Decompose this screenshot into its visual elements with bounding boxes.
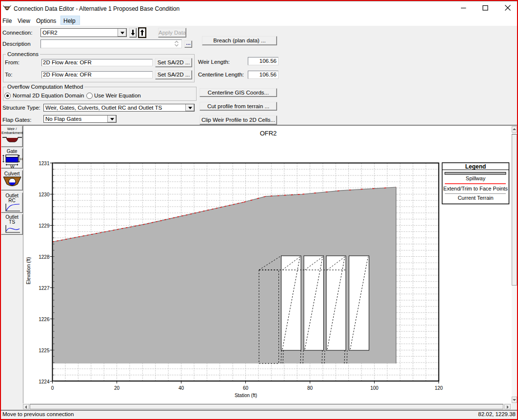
svg-text:20: 20	[114, 385, 120, 391]
svg-text:W: W	[10, 164, 15, 168]
svg-text:Legend: Legend	[465, 163, 486, 170]
svg-text:Current Terrain: Current Terrain	[458, 195, 493, 201]
svg-text:1228: 1228	[39, 254, 50, 260]
svg-text:80: 80	[307, 385, 313, 391]
svg-text:100: 100	[370, 385, 379, 391]
svg-text:1230: 1230	[39, 192, 50, 197]
svg-text:Station (ft): Station (ft)	[235, 393, 257, 398]
svg-text:Elevation (ft): Elevation (ft)	[26, 257, 31, 284]
svg-text:Spillway: Spillway	[466, 175, 486, 181]
svg-text:1224: 1224	[39, 379, 50, 384]
svg-text:1229: 1229	[39, 223, 50, 229]
svg-text:0: 0	[51, 385, 54, 391]
svg-text:OFR2: OFR2	[260, 130, 277, 137]
svg-text:1225: 1225	[39, 348, 50, 353]
svg-text:60: 60	[243, 385, 249, 391]
svg-text:1226: 1226	[39, 317, 50, 322]
svg-text:40: 40	[179, 385, 184, 391]
svg-text:120: 120	[435, 385, 443, 391]
svg-text:1231: 1231	[39, 161, 50, 166]
svg-text:1227: 1227	[39, 286, 50, 291]
svg-text:Extend/Trim to Face Points: Extend/Trim to Face Points	[443, 186, 508, 191]
